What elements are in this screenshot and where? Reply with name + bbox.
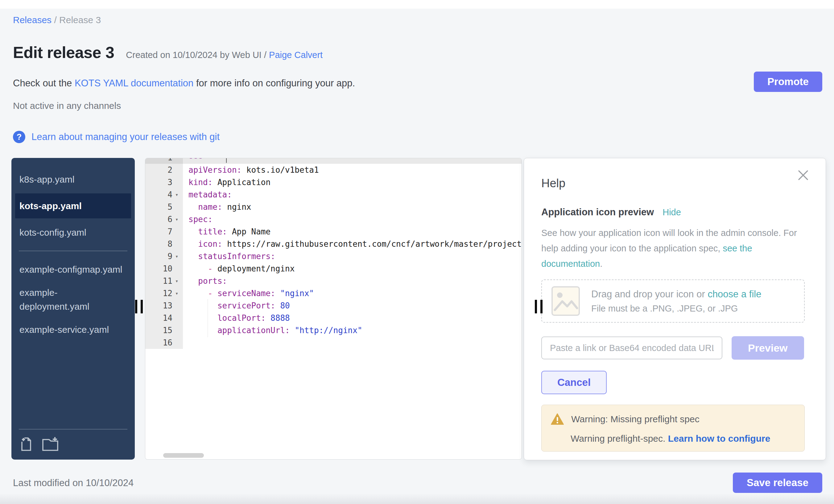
warning-title: Warning: Missing preflight spec — [571, 414, 700, 424]
configure-preflight-link[interactable]: Learn how to configure — [668, 433, 770, 443]
line-number: 4 — [168, 189, 172, 201]
sidebar-file-k8s-app.yaml[interactable]: k8s-app.yaml — [12, 168, 135, 191]
doc-hint-line: Check out the KOTS YAML documentation fo… — [13, 78, 355, 89]
code-line-16[interactable]: 16▾ — [145, 336, 522, 349]
code-text[interactable]: metadata: — [183, 189, 522, 201]
sidebar-file-example-deployment.yaml[interactable]: example-deployment.yaml — [12, 281, 135, 318]
yaml-code-editor[interactable]: 1▾---2▾apiVersion: kots.io/v1beta13▾kind… — [145, 158, 522, 460]
help-panel: Help Application icon preview Hide See h… — [524, 158, 826, 460]
code-line-6[interactable]: 6▾spec: — [145, 213, 522, 225]
line-number: 13 — [163, 300, 172, 312]
sidebar-file-example-service.yaml[interactable]: example-service.yaml — [12, 318, 135, 341]
code-text[interactable]: statusInformers: — [183, 250, 522, 262]
release-editor-page: Releases / Release 3 Edit release 3 Crea… — [0, 0, 834, 504]
save-release-button[interactable]: Save release — [733, 473, 822, 493]
drag-bar — [540, 300, 543, 313]
code-text[interactable]: - deployment/nginx — [183, 262, 522, 275]
code-line-1[interactable]: 1▾--- — [145, 158, 522, 164]
fold-arrow-icon[interactable]: ▾ — [172, 213, 181, 225]
line-number: 11 — [163, 275, 172, 287]
cancel-button[interactable]: Cancel — [541, 371, 607, 394]
code-line-2[interactable]: 2▾apiVersion: kots.io/v1beta1 — [145, 164, 522, 176]
preview-button[interactable]: Preview — [731, 336, 804, 360]
code-text[interactable]: applicationUrl: "http://nginx" — [183, 324, 522, 336]
drag-bar — [141, 300, 143, 313]
line-number: 15 — [163, 324, 172, 336]
fold-arrow-icon[interactable]: ▾ — [172, 275, 181, 287]
code-text[interactable]: name: nginx — [183, 201, 522, 213]
code-text[interactable]: servicePort: 80 — [183, 300, 522, 312]
code-line-8[interactable]: 8▾ icon: https://raw.githubusercontent.c… — [145, 238, 522, 250]
kots-yaml-doc-link[interactable]: KOTS YAML documentation — [75, 78, 193, 89]
gutter-cell: 15▾ — [145, 324, 183, 336]
code-line-3[interactable]: 3▾kind: Application — [145, 176, 522, 189]
choose-file-link[interactable]: choose a file — [707, 289, 761, 300]
sidebar-file-example-configmap.yaml[interactable]: example-configmap.yaml — [12, 258, 135, 281]
code-text[interactable]: apiVersion: kots.io/v1beta1 — [183, 164, 522, 176]
code-text[interactable] — [183, 336, 522, 349]
code-line-5[interactable]: 5▾ name: nginx — [145, 201, 522, 213]
code-line-7[interactable]: 7▾ title: App Name — [145, 225, 522, 238]
line-number: 8 — [168, 238, 172, 250]
code-text[interactable]: spec: — [183, 213, 522, 225]
git-releases-link[interactable]: Learn about managing your releases with … — [31, 131, 220, 143]
sidebar-file-kots-config.yaml[interactable]: kots-config.yaml — [12, 221, 135, 244]
breadcrumb: Releases / Release 3 — [13, 15, 101, 25]
preflight-warning-box: Warning: Missing preflight spec Warning … — [541, 405, 805, 452]
file-list-top: k8s-app.yamlkots-app.yamlkots-config.yam… — [12, 168, 135, 244]
top-strip — [0, 0, 834, 9]
gutter-cell: 13▾ — [145, 300, 183, 312]
code-text[interactable]: kind: Application — [183, 176, 522, 189]
code-line-15[interactable]: 15▾ applicationUrl: "http://nginx" — [145, 324, 522, 336]
gutter-cell: 16▾ — [145, 336, 183, 349]
warning-detail-text: Warning preflight-spec. — [571, 433, 668, 443]
icon-url-row: Preview — [541, 336, 804, 360]
code-line-11[interactable]: 11▾ ports: — [145, 275, 522, 287]
code-line-4[interactable]: 4▾metadata: — [145, 189, 522, 201]
gutter-cell: 4▾ — [145, 189, 183, 201]
description-suffix: . — [600, 259, 602, 269]
code-text[interactable]: title: App Name — [183, 225, 522, 238]
breadcrumb-separator: / — [51, 15, 59, 25]
icon-preview-section-header: Application icon preview Hide — [541, 207, 804, 218]
file-list-bottom: example-configmap.yamlexample-deployment… — [12, 258, 135, 341]
code-line-9[interactable]: 9▾ statusInformers: — [145, 250, 522, 262]
icon-url-input[interactable] — [541, 336, 722, 359]
promote-button[interactable]: Promote — [754, 71, 822, 92]
line-number: 5 — [168, 201, 172, 213]
code-line-14[interactable]: 14▾ localPort: 8888 — [145, 312, 522, 324]
sidebar-file-kots-app.yaml[interactable]: kots-app.yaml — [15, 193, 131, 218]
section-title: Application icon preview — [541, 207, 654, 218]
new-folder-icon[interactable] — [42, 437, 59, 452]
doc-suffix: for more info on configuring your app. — [193, 78, 355, 89]
new-file-icon[interactable] — [19, 437, 34, 452]
code-text[interactable]: --- — [183, 158, 522, 164]
line-number: 9 — [168, 250, 172, 262]
title-row: Edit release 3 Created on 10/10/2024 by … — [13, 43, 323, 62]
gutter-cell: 12▾ — [145, 287, 183, 300]
code-line-10[interactable]: 10▾ - deployment/nginx — [145, 262, 522, 275]
code-line-13[interactable]: 13▾ servicePort: 80 — [145, 300, 522, 312]
breadcrumb-releases-link[interactable]: Releases — [13, 15, 51, 25]
image-placeholder-icon — [551, 286, 580, 316]
breadcrumb-current: Release 3 — [59, 15, 101, 25]
fold-arrow-icon[interactable]: ▾ — [172, 250, 181, 262]
hide-link[interactable]: Hide — [662, 207, 681, 217]
line-number: 1 — [168, 158, 172, 164]
sidebar-resize-handle[interactable] — [135, 300, 143, 313]
gutter-cell: 11▾ — [145, 275, 183, 287]
code-text[interactable]: localPort: 8888 — [183, 312, 522, 324]
editor-horizontal-scrollbar[interactable] — [163, 453, 204, 458]
fold-arrow-icon[interactable]: ▾ — [172, 189, 181, 201]
code-line-12[interactable]: 12▾ - serviceName: "nginx" — [145, 287, 522, 300]
icon-dropzone[interactable]: Drag and drop your icon or choose a file… — [541, 280, 805, 323]
code-text[interactable]: icon: https://raw.githubusercontent.com/… — [183, 238, 522, 250]
code-text[interactable]: - serviceName: "nginx" — [183, 287, 522, 300]
author-link[interactable]: Paige Calvert — [269, 50, 323, 60]
line-number: 6 — [168, 213, 172, 225]
help-panel-resize-handle[interactable] — [535, 300, 543, 313]
close-icon[interactable] — [797, 169, 810, 182]
code-text[interactable]: ports: — [183, 275, 522, 287]
indent-guide — [207, 300, 208, 337]
fold-arrow-icon[interactable]: ▾ — [172, 287, 181, 300]
